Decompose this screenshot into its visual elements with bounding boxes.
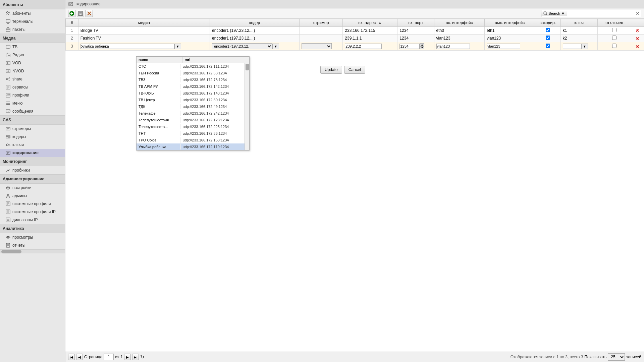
dropdown-item-ten[interactable]: ТЕН Россия udp://233.166.172.63:1234 [137,70,245,76]
col-media[interactable]: медиа [78,19,210,27]
dropdown-item-tvcenter[interactable]: ТВ Центр udp://233.166.172.80:1234 [137,97,245,103]
col-streamer[interactable]: стример [300,19,343,27]
sidebar-item-reports[interactable]: отчеты [0,241,65,249]
row-3-port-down[interactable]: ▼ [420,46,424,49]
sidebar-item-menu[interactable]: меню [0,99,65,107]
row-3-media-input[interactable] [80,44,174,49]
sidebar-item-nvod[interactable]: NVOD [0,67,65,75]
row-3-delete-button[interactable]: ⊗ [636,44,640,49]
search-button[interactable]: Search ▼ [541,11,567,16]
sidebar-item-encoders[interactable]: кодеры [0,133,65,141]
row-2-out-iface: vlan123 [485,35,535,42]
row-3-in-port-input[interactable] [399,44,420,49]
row-3-out-iface-input[interactable] [487,44,520,49]
search-clear-button[interactable]: ✕ [634,10,641,17]
pag-first-button[interactable]: |◀ [68,354,75,360]
cancel-button[interactable]: Cancel [344,66,365,74]
dropdown-item-tro[interactable]: ТРО Союз udp://233.166.172.153:1234 [137,137,245,143]
profiles-icon [5,93,11,98]
sidebar-item-streamers[interactable]: стримеры [0,125,65,133]
sidebar-item-sys-profiles[interactable]: системные профили [0,200,65,208]
add-button[interactable] [68,10,75,17]
dropdown-item-teleput1[interactable]: Телепутешествия udp://233.166.172.123:12… [137,117,245,123]
row-2-encoded-cb[interactable] [546,36,550,40]
row-3-media-dropdown-btn[interactable]: ▼ [174,44,181,49]
row-2-in-port: 1234 [397,35,434,42]
col-in-addr[interactable]: вх. адрес ▲ [343,19,397,27]
sidebar-item-terminals[interactable]: терминалы [0,17,65,25]
sidebar-item-settings[interactable]: настройки [0,184,65,192]
sidebar-item-profiles[interactable]: профили [0,91,65,99]
keys-icon [5,142,11,147]
row-2-encoded[interactable] [535,35,560,42]
col-key[interactable]: ключ [560,19,597,27]
sidebar-item-views[interactable]: просмотры [0,233,65,241]
row-3-encoder-select[interactable]: encoder1 (197.23.12. [212,43,272,49]
dropdown-item-telekafe[interactable]: Телекафе udp://233.166.172.242:1234 [137,110,245,117]
pag-prev-button[interactable]: ◀ [76,354,83,360]
dropdown-item-teleput2[interactable]: Телепутешеств... udp://233.166.172.225:1… [137,123,245,130]
pag-next-button[interactable]: ▶ [124,354,131,360]
col-in-iface[interactable]: вх. интерфейс [434,19,485,27]
sidebar-item-tv[interactable]: ТВ [0,43,65,51]
pag-per-page-select[interactable]: 25 50 100 [608,353,625,361]
sidebar-item-subscribers[interactable]: абоненты [0,9,65,17]
sidebar-item-services[interactable]: сервисы [0,83,65,91]
col-encoded[interactable]: закодир. [535,19,560,27]
row-3-port-up[interactable]: ▲ [420,43,424,46]
row-3-encoded-cell[interactable] [535,42,560,51]
sidebar-item-ip-ranges[interactable]: диапазоны IP [0,216,65,224]
row-2-delete-button[interactable]: ⊗ [636,36,640,41]
dropdown-item-tnt[interactable]: ТНТ udp://233.166.172.86:1234 [137,130,245,137]
row-1-delete[interactable]: ⊗ [631,27,644,35]
row-3-encoded-cb[interactable] [546,44,550,48]
sidebar-item-admins[interactable]: админы [0,192,65,200]
row-1-disabled-cb[interactable] [612,28,616,32]
sidebar-item-probes[interactable]: пробники [0,166,65,174]
sidebar-item-share[interactable]: share [0,75,65,83]
row-1-encoded-cb[interactable] [546,28,550,32]
row-2-disabled[interactable] [597,35,631,42]
dropdown-item-tvclub[interactable]: ТВ-КЛУБ udp://233.166.172.143:1234 [137,90,245,97]
row-1-delete-button[interactable]: ⊗ [636,28,640,33]
refresh-icon[interactable]: ↻ [140,354,144,360]
sidebar-item-encoding[interactable]: кодирование [0,149,65,157]
sidebar-item-keys[interactable]: ключи [0,141,65,149]
sidebar-item-packets[interactable]: пакеты [0,25,65,34]
row-2-disabled-cb[interactable] [612,36,616,40]
col-encoder[interactable]: кодер [210,19,300,27]
col-out-iface[interactable]: вых. интерфейс [485,19,535,27]
col-disabled[interactable]: отключен [597,19,631,27]
row-2-delete[interactable]: ⊗ [631,35,644,42]
row-3-key-dropdown-btn[interactable]: ▼ [581,44,588,49]
dropdown-item-tdk[interactable]: ТДК udp://233.166.172.49:1234 [137,103,245,110]
row-3-in-iface-input[interactable] [436,44,470,49]
row-3-disabled-cell[interactable] [597,42,631,51]
row-1-disabled[interactable] [597,27,631,35]
col-in-port[interactable]: вх. порт [397,19,434,27]
dropdown-item-tv3[interactable]: ТВ3 udp://233.166.172.78:1234 [137,76,245,83]
dropdown-item-ulybka[interactable]: Улыбка ребёнка udp://233.166.172.119:123… [137,143,245,150]
pag-current-page[interactable] [104,354,114,360]
dropdown-scrollbar[interactable] [245,63,249,150]
row-3-delete[interactable]: ⊗ [631,42,644,51]
dropdown-col-mrl-header[interactable]: mrl [182,57,249,63]
dropdown-col-name-header[interactable]: name [137,57,182,63]
row-3-key-input[interactable] [563,44,581,49]
row-3-in-addr-input[interactable] [345,44,382,49]
dropdown-item-tvarm[interactable]: ТВ АРМ РУ udp://233.166.172.142:1234 [137,83,245,90]
dropdown-item-cts[interactable]: СТС udp://233.166.172.111:1234 [137,63,245,70]
sidebar-item-radio[interactable]: Радио [0,51,65,59]
row-3-disabled-cb[interactable] [612,44,616,48]
sidebar-item-sys-profiles-ip[interactable]: системные профили IP [0,208,65,216]
pag-last-button[interactable]: ▶| [132,354,139,360]
row-3-streamer-select[interactable] [302,43,332,49]
search-input[interactable] [567,10,634,16]
update-button[interactable]: Update [320,66,342,74]
row-3-encoder-dropdown-btn[interactable]: ▼ [272,44,279,49]
save-button[interactable] [77,10,84,17]
sidebar-item-vod[interactable]: VOD [0,59,65,67]
row-1-encoded[interactable] [535,27,560,35]
sidebar-item-messages[interactable]: сообщения [0,107,65,115]
cancel-toolbar-button[interactable] [86,10,93,17]
